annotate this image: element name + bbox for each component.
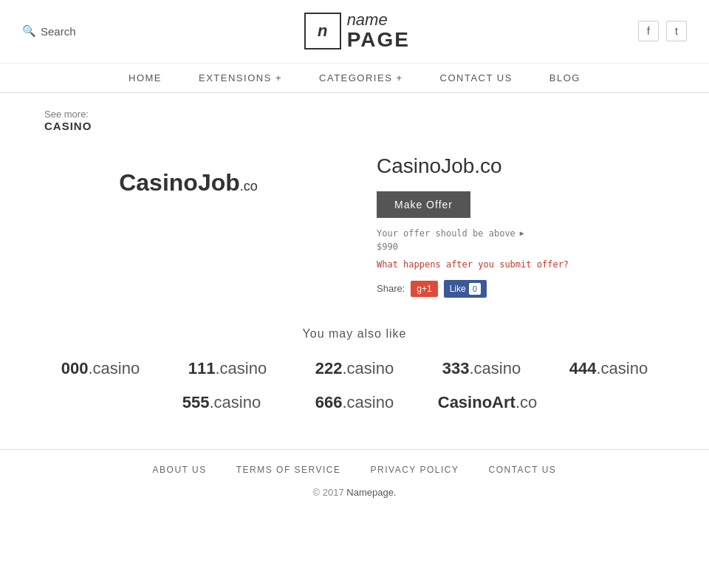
offer-arrow-icon: ▶ <box>520 229 524 237</box>
offer-amount: $990 <box>377 242 665 252</box>
domain-card-000[interactable]: 000.casino <box>44 359 157 378</box>
site-logo[interactable]: n name PAGE <box>304 11 410 52</box>
domain-title: CasinoJob.co <box>377 154 665 178</box>
main-nav: HOME EXTENSIONS + CATEGORIES + CONTACT U… <box>0 64 709 93</box>
search-label: Search <box>41 25 76 38</box>
domain-card-333[interactable]: 333.casino <box>425 359 538 378</box>
domain-grid: 000.casino 111.casino 222.casino 333.cas… <box>44 359 665 412</box>
domain-card-111[interactable]: 111.casino <box>171 359 284 378</box>
see-more-value[interactable]: CASINO <box>44 120 92 132</box>
twitter-icon[interactable]: t <box>666 21 687 41</box>
main-content: See more: CASINO CasinoJob.co CasinoJob.… <box>22 93 687 449</box>
footer: ABOUT US TERMS OF SERVICE PRIVACY POLICY… <box>0 449 709 513</box>
offer-submit-link[interactable]: What happens after you submit offer? <box>377 259 665 270</box>
nav-contact[interactable]: CONTACT US <box>440 72 513 83</box>
make-offer-button[interactable]: Make Offer <box>377 191 470 218</box>
domain-card-444[interactable]: 444.casino <box>552 359 665 378</box>
footer-nav: ABOUT US TERMS OF SERVICE PRIVACY POLICY… <box>0 465 709 475</box>
domain-info: CasinoJob.co Make Offer Your offer shoul… <box>377 147 665 298</box>
logo-icon: n <box>304 13 341 49</box>
domain-section: CasinoJob.co CasinoJob.co Make Offer You… <box>44 147 665 298</box>
nav-categories[interactable]: CATEGORIES + <box>319 72 403 83</box>
nav-home[interactable]: HOME <box>129 72 162 83</box>
offer-info-text: Your offer should be above ▶ <box>377 228 665 239</box>
domain-logo-ext: .co <box>240 179 258 194</box>
footer-brand-link[interactable]: Namepage. <box>346 487 396 498</box>
share-row: Share: g+1 Like 0 <box>377 280 665 298</box>
domain-card-666[interactable]: 666.casino <box>295 393 414 412</box>
social-links: f t <box>638 21 687 41</box>
logo-text: name PAGE <box>347 11 410 52</box>
domain-card-555[interactable]: 555.casino <box>162 393 281 412</box>
facebook-icon[interactable]: f <box>638 21 659 41</box>
also-like-title: You may also like <box>44 327 665 341</box>
footer-terms[interactable]: TERMS OF SERVICE <box>236 465 341 475</box>
domain-logo-casino: CasinoJob <box>119 169 240 196</box>
footer-about[interactable]: ABOUT US <box>153 465 207 475</box>
search-icon: 🔍 <box>22 24 36 38</box>
logo-name: name <box>347 11 410 29</box>
logo-page: PAGE <box>347 29 410 52</box>
search-button[interactable]: 🔍 Search <box>22 24 76 38</box>
domain-grid-row-2: 555.casino 666.casino CasinoArt.co <box>44 393 665 412</box>
domain-card-222[interactable]: 222.casino <box>298 359 411 378</box>
see-more-section: See more: CASINO <box>44 108 665 132</box>
facebook-like-button[interactable]: Like 0 <box>444 280 487 298</box>
footer-privacy[interactable]: PRIVACY POLICY <box>371 465 459 475</box>
nav-blog[interactable]: BLOG <box>549 72 580 83</box>
domain-grid-row-1: 000.casino 111.casino 222.casino 333.cas… <box>44 359 665 378</box>
domain-logo-area: CasinoJob.co <box>44 147 332 219</box>
header: 🔍 Search n name PAGE f t <box>0 0 709 64</box>
footer-copyright: © 2017 Namepage. <box>0 487 709 498</box>
google-plus-button[interactable]: g+1 <box>411 281 437 297</box>
footer-contact[interactable]: CONTACT US <box>488 465 556 475</box>
see-more-label: See more: <box>44 109 89 120</box>
domain-logo-text: CasinoJob.co <box>119 169 258 196</box>
share-label: Share: <box>377 283 405 294</box>
also-like-section: You may also like 000.casino 111.casino … <box>44 327 665 412</box>
domain-card-casinoart[interactable]: CasinoArt.co <box>428 393 547 412</box>
nav-extensions[interactable]: EXTENSIONS + <box>199 72 282 83</box>
facebook-count: 0 <box>469 283 481 295</box>
